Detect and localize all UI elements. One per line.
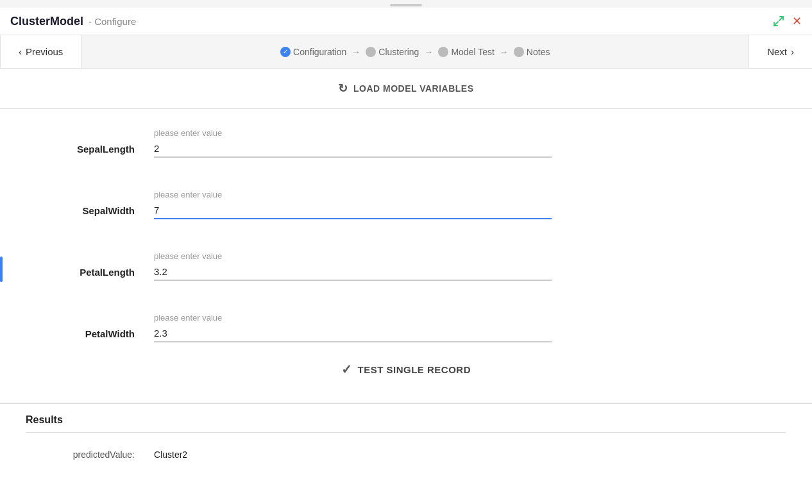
main-content: ↻ LOAD MODEL VARIABLES SepalLength pleas… bbox=[0, 69, 812, 504]
test-single-record-button[interactable]: ✓ TEST SINGLE RECORD bbox=[341, 362, 471, 377]
step-configuration: ✓ Configuration bbox=[280, 47, 346, 57]
predicted-label: predictedValue: bbox=[26, 449, 154, 460]
sepal-width-placeholder: please enter value bbox=[154, 190, 552, 199]
chevron-left-icon: ‹ bbox=[19, 46, 22, 57]
app-title: ClusterModel bbox=[10, 15, 83, 28]
petal-length-placeholder: please enter value bbox=[154, 251, 552, 261]
step-model-test-icon bbox=[438, 47, 448, 57]
petal-width-field: please enter value bbox=[154, 313, 552, 342]
title-bar: ClusterModel - Configure ✕ bbox=[0, 8, 812, 35]
petal-width-placeholder: please enter value bbox=[154, 313, 552, 323]
step-notes-icon bbox=[514, 47, 524, 57]
form-row-petal-length: PetalLength please enter value bbox=[26, 239, 786, 281]
previous-button[interactable]: ‹ Previous bbox=[0, 35, 81, 68]
test-single-record-label: TEST SINGLE RECORD bbox=[357, 364, 471, 375]
step-notes-label: Notes bbox=[527, 47, 550, 57]
step-arrow-1: → bbox=[351, 47, 360, 57]
close-button[interactable]: ✕ bbox=[792, 14, 802, 28]
petal-width-input[interactable] bbox=[154, 325, 552, 342]
drag-handle bbox=[0, 0, 812, 8]
sepal-width-label: SepalWidth bbox=[26, 190, 154, 216]
next-button[interactable]: Next › bbox=[749, 35, 812, 68]
step-clustering-label: Clustering bbox=[378, 47, 419, 57]
form-row-sepal-width: SepalWidth please enter value bbox=[26, 177, 786, 219]
step-model-test-label: Model Test bbox=[451, 47, 494, 57]
next-label: Next bbox=[767, 46, 787, 57]
load-model-section: ↻ LOAD MODEL VARIABLES bbox=[0, 69, 812, 109]
step-configuration-label: Configuration bbox=[293, 47, 346, 57]
form-row-petal-width: PetalWidth please enter value bbox=[26, 300, 786, 342]
steps-breadcrumb: ✓ Configuration → Clustering → Model Tes… bbox=[280, 47, 550, 57]
step-clustering: Clustering bbox=[366, 47, 419, 57]
results-divider bbox=[26, 432, 786, 433]
test-section: ✓ TEST SINGLE RECORD bbox=[26, 362, 786, 377]
previous-label: Previous bbox=[26, 46, 63, 57]
title-bar-left: ClusterModel - Configure bbox=[10, 15, 136, 28]
petal-length-label: PetalLength bbox=[26, 251, 154, 278]
load-model-label: LOAD MODEL VARIABLES bbox=[353, 83, 474, 94]
form-section: SepalLength please enter value SepalWidt… bbox=[0, 109, 812, 403]
results-title: Results bbox=[26, 414, 786, 426]
step-notes: Notes bbox=[514, 47, 550, 57]
step-configuration-icon: ✓ bbox=[280, 47, 291, 57]
collapse-button[interactable] bbox=[773, 15, 784, 27]
sepal-width-field: please enter value bbox=[154, 190, 552, 219]
reload-icon: ↻ bbox=[338, 81, 348, 96]
result-row-predicted: predictedValue: Cluster2 bbox=[26, 439, 786, 470]
predicted-value: Cluster2 bbox=[154, 449, 187, 460]
petal-length-input[interactable] bbox=[154, 264, 552, 281]
results-section: Results predictedValue: Cluster2 bbox=[0, 403, 812, 480]
checkmark-icon: ✓ bbox=[341, 362, 353, 377]
step-clustering-icon bbox=[366, 47, 376, 57]
chevron-right-icon: › bbox=[791, 46, 794, 57]
title-bar-icons: ✕ bbox=[773, 14, 802, 28]
petal-length-field: please enter value bbox=[154, 251, 552, 281]
step-arrow-2: → bbox=[424, 47, 433, 57]
app-subtitle: - Configure bbox=[89, 16, 136, 27]
scroll-indicator bbox=[0, 256, 3, 282]
sepal-length-placeholder: please enter value bbox=[154, 128, 552, 138]
sepal-width-input[interactable] bbox=[154, 202, 552, 219]
load-model-button[interactable]: ↻ LOAD MODEL VARIABLES bbox=[338, 81, 473, 96]
sepal-length-label: SepalLength bbox=[26, 128, 154, 155]
sepal-length-field: please enter value bbox=[154, 128, 552, 158]
form-row-sepal-length: SepalLength please enter value bbox=[26, 115, 786, 158]
nav-bar: ‹ Previous ✓ Configuration → Clustering … bbox=[0, 35, 812, 69]
step-arrow-3: → bbox=[500, 47, 509, 57]
petal-width-label: PetalWidth bbox=[26, 313, 154, 339]
sepal-length-input[interactable] bbox=[154, 140, 552, 158]
step-model-test: Model Test bbox=[438, 47, 494, 57]
